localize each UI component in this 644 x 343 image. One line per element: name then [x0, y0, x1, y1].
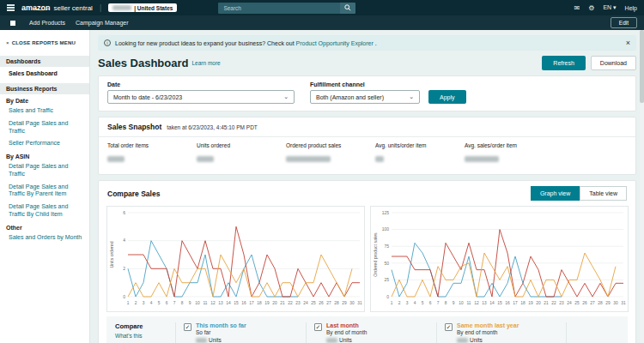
- svg-text:11: 11: [467, 301, 471, 305]
- svg-text:31: 31: [357, 301, 362, 305]
- sidebar-item[interactable]: Detail Page Sales and Traffic By Parent …: [0, 181, 89, 202]
- compare-item-title: This month so far: [196, 322, 246, 328]
- sidebar-item[interactable]: Detail Page Sales and Traffic: [0, 117, 89, 138]
- metric-value-redacted: [375, 156, 384, 162]
- edit-button[interactable]: Edit: [611, 17, 637, 28]
- sidebar-item[interactable]: Sales and Traffic: [0, 105, 89, 117]
- svg-text:14: 14: [489, 301, 495, 305]
- page-title: Sales Dashboard: [98, 57, 189, 69]
- date-filter-label: Date: [107, 81, 295, 87]
- svg-text:9: 9: [453, 301, 455, 305]
- svg-text:13: 13: [218, 301, 223, 305]
- svg-text:4: 4: [150, 301, 153, 305]
- metric-value-redacted: [286, 156, 331, 162]
- svg-text:3: 3: [406, 301, 409, 305]
- svg-text:29: 29: [605, 301, 611, 305]
- learn-more-link[interactable]: Learn more: [192, 60, 221, 66]
- units-value-redacted: [196, 338, 207, 343]
- svg-text:23: 23: [295, 301, 301, 305]
- search-button[interactable]: [340, 3, 355, 14]
- chevron-down-icon: ▾: [613, 4, 617, 10]
- chevron-down-icon: ⌄: [276, 93, 289, 100]
- top-bar: amazon seller central | | United States …: [0, 0, 644, 15]
- compare-item-units: Units: [196, 337, 246, 343]
- download-button[interactable]: Download: [591, 56, 636, 70]
- metric-label: Units ordered: [197, 142, 286, 148]
- svg-text:7: 7: [173, 301, 176, 305]
- sidebar-item[interactable]: Sales and Orders by Month: [0, 232, 89, 244]
- vertical-scrollbar[interactable]: [640, 30, 644, 343]
- svg-text:20: 20: [272, 301, 277, 305]
- close-icon: ×: [6, 40, 9, 45]
- metric-label: Avg. sales/order item: [465, 142, 554, 148]
- nav-campaign-manager[interactable]: Campaign Manager: [76, 20, 128, 26]
- svg-text:25: 25: [384, 277, 389, 282]
- snapshot-metric: Ordered product sales: [286, 142, 375, 166]
- svg-text:50: 50: [384, 261, 389, 266]
- svg-text:0: 0: [386, 294, 389, 299]
- sidebar-item[interactable]: Detail Page Sales and Traffic: [0, 160, 89, 181]
- sub-nav-bar: Add Products Campaign Manager Edit: [0, 15, 644, 30]
- marketplace-switcher[interactable]: | United States: [108, 3, 177, 12]
- snapshot-metrics: Total order itemsUnits orderedOrdered pr…: [99, 137, 635, 174]
- app-square-icon[interactable]: [10, 21, 15, 26]
- marketplace-label: | United States: [134, 5, 173, 11]
- svg-text:6: 6: [429, 301, 432, 305]
- search-input[interactable]: [218, 3, 340, 14]
- refresh-button[interactable]: Refresh: [542, 56, 586, 70]
- svg-text:25: 25: [574, 301, 580, 305]
- compare-checkbox[interactable]: ✓: [445, 323, 453, 331]
- svg-text:21: 21: [544, 301, 549, 305]
- svg-text:30: 30: [613, 301, 618, 305]
- sidebar-item[interactable]: Detail Page Sales and Traffic By Child I…: [0, 201, 89, 221]
- svg-text:28: 28: [598, 301, 603, 305]
- sidebar-item[interactable]: Seller Performance: [0, 137, 89, 150]
- compare-item-units: Units: [326, 337, 367, 343]
- hamburger-menu-icon[interactable]: [7, 4, 15, 11]
- svg-text:125: 125: [382, 210, 390, 215]
- svg-text:8: 8: [445, 301, 447, 305]
- compare-checkbox[interactable]: ✓: [184, 323, 191, 331]
- sidebar-section-header: Business Reports: [0, 83, 89, 94]
- svg-text:30: 30: [349, 301, 355, 305]
- whats-this-link[interactable]: What's this: [115, 333, 175, 339]
- nav-add-products[interactable]: Add Products: [29, 20, 65, 26]
- global-search: [218, 3, 355, 14]
- date-range-select[interactable]: Month to date - 6/23/2023 ⌄: [107, 90, 295, 104]
- svg-text:3: 3: [143, 301, 145, 305]
- language-selector[interactable]: EN ▾: [603, 4, 616, 11]
- svg-text:100: 100: [382, 226, 390, 232]
- product-opportunity-explorer-link[interactable]: Product Opportunity Explorer: [296, 40, 374, 46]
- svg-text:9: 9: [189, 301, 191, 305]
- sidebar-item[interactable]: Sales Dashboard: [0, 67, 89, 80]
- svg-text:1: 1: [127, 301, 130, 305]
- compare-item-subtitle: By end of month: [326, 329, 367, 335]
- apply-button[interactable]: Apply: [428, 90, 466, 104]
- close-reports-menu[interactable]: ×CLOSE REPORTS MENU: [0, 37, 89, 52]
- fulfillment-channel-select[interactable]: Both (Amazon and seller) ⌄: [310, 90, 420, 104]
- banner-close-icon[interactable]: ×: [626, 39, 630, 47]
- amazon-seller-central-logo[interactable]: amazon seller central: [21, 3, 93, 12]
- table-view-button[interactable]: Table view: [580, 186, 627, 201]
- info-icon: i: [104, 39, 111, 46]
- svg-text:22: 22: [551, 301, 556, 305]
- seller-central-text: seller central: [54, 4, 93, 12]
- settings-gear-icon[interactable]: ⚙: [588, 4, 594, 12]
- compare-checkbox[interactable]: ✓: [314, 323, 322, 331]
- messages-icon[interactable]: ✉: [574, 4, 580, 12]
- svg-text:0: 0: [123, 294, 125, 299]
- scrollbar-thumb[interactable]: [640, 30, 644, 103]
- svg-text:18: 18: [257, 301, 262, 305]
- compare-item-subtitle: So far: [196, 329, 246, 335]
- svg-text:24: 24: [567, 301, 572, 305]
- svg-text:6: 6: [166, 301, 168, 305]
- svg-text:12: 12: [474, 301, 479, 305]
- graph-view-button[interactable]: Graph view: [531, 186, 580, 201]
- svg-text:15: 15: [497, 301, 502, 305]
- snapshot-timestamp: taken at 6/23/2023, 4:45:10 PM PDT: [167, 124, 258, 130]
- help-link[interactable]: Help: [625, 5, 637, 11]
- svg-text:10: 10: [459, 301, 464, 305]
- main-content: i Looking for new product ideas to expan…: [90, 30, 644, 343]
- svg-text:2: 2: [135, 301, 137, 305]
- chevron-down-icon: ⌄: [402, 93, 414, 100]
